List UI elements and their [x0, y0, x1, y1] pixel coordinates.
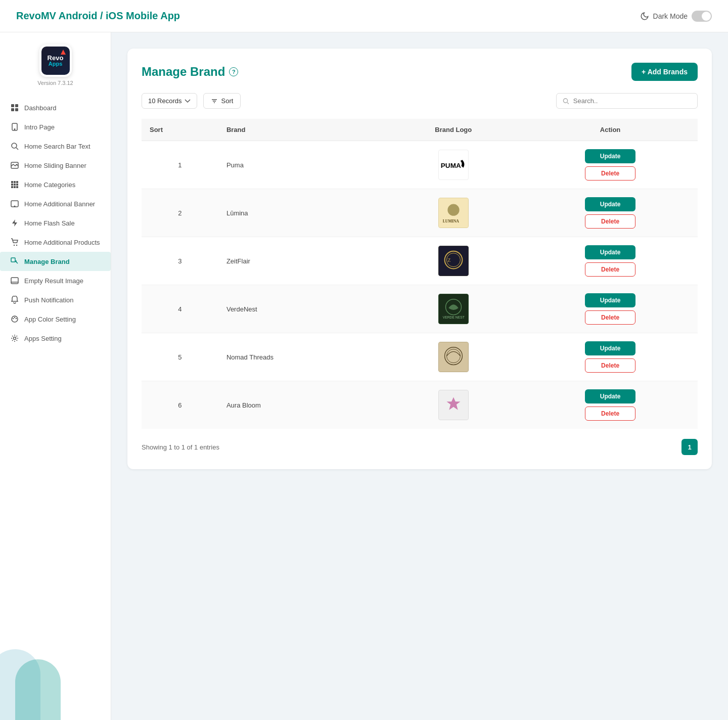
svg-rect-11 [16, 181, 18, 183]
sidebar-item-intro-page[interactable]: Intro Page [0, 117, 111, 137]
gear-icon [10, 334, 19, 343]
sort-cell: 4 [142, 285, 218, 333]
svg-text:Z: Z [447, 257, 450, 263]
action-cell: Update Delete [523, 141, 698, 189]
svg-rect-10 [14, 181, 16, 183]
main-layout: Revo Apps Version 7.3.12 Dashboard Intro… [0, 32, 728, 720]
svg-point-30 [14, 337, 16, 340]
brand-logo-cell [384, 381, 523, 429]
sidebar-item-sliding-banner[interactable]: Home Sliding Banner [0, 156, 111, 175]
sort-cell: 1 [142, 141, 218, 189]
tag-icon [10, 257, 19, 266]
svg-rect-3 [15, 108, 18, 111]
page-title-row: Manage Brand ? + Add Brands [142, 63, 698, 81]
svg-rect-17 [16, 186, 18, 188]
page-1-button[interactable]: 1 [681, 439, 698, 455]
svg-line-35 [567, 102, 569, 104]
table-row: 6 Aura Bloom Update Delete [142, 381, 698, 429]
brand-logo-zeitflair: Z [438, 246, 469, 276]
sort-icon [211, 98, 218, 105]
delete-button-4[interactable]: Delete [585, 310, 635, 325]
sidebar-label-dashboard: Dashboard [24, 104, 57, 112]
delete-button-6[interactable]: Delete [585, 407, 635, 421]
sidebar-label-empty-result: Empty Result Image [24, 277, 83, 285]
search-input[interactable] [573, 97, 691, 105]
moon-icon [640, 12, 649, 21]
table-row: 4 VerdeNest VERDE NEST Update Delete [142, 285, 698, 333]
version-text: Version 7.3.12 [37, 80, 73, 86]
table-row: 1 Puma PUMA Update Delete [142, 141, 698, 189]
sort-cell: 2 [142, 189, 218, 237]
cart-icon [10, 238, 19, 247]
delete-button-1[interactable]: Delete [585, 166, 635, 181]
svg-rect-13 [14, 184, 16, 186]
dark-mode-toggle[interactable]: Dark Mode [640, 11, 712, 22]
svg-text:LUMINA: LUMINA [442, 219, 459, 223]
svg-text:PUMA: PUMA [441, 162, 461, 169]
update-button-5[interactable]: Update [585, 341, 635, 355]
logo-box: Revo Apps [39, 44, 72, 77]
svg-rect-12 [11, 184, 13, 186]
bell-icon [10, 295, 19, 304]
svg-rect-14 [16, 184, 18, 186]
sidebar-label-sliding-banner: Home Sliding Banner [24, 162, 86, 169]
sidebar-item-empty-result[interactable]: Empty Result Image [0, 271, 111, 290]
logo-bolt-decoration [61, 50, 66, 55]
brand-name-cell: VerdeNest [218, 285, 384, 333]
col-action: Action [523, 119, 698, 141]
brand-logo-cell: VERDE NEST [384, 285, 523, 333]
content-card: Manage Brand ? + Add Brands 10 Records S… [127, 49, 712, 469]
table-row: 2 Lūmina LUMINA Update Delete [142, 189, 698, 237]
sidebar-item-manage-brand[interactable]: Manage Brand [0, 252, 111, 271]
sidebar-label-search: Home Search Bar Text [24, 143, 90, 150]
sidebar: Revo Apps Version 7.3.12 Dashboard Intro… [0, 32, 111, 720]
action-cell: Update Delete [523, 237, 698, 285]
dark-mode-label: Dark Mode [653, 12, 688, 20]
logo-apps-text: Apps [49, 61, 63, 67]
sidebar-item-apps-setting[interactable]: Apps Setting [0, 329, 111, 348]
update-button-1[interactable]: Update [585, 149, 635, 163]
sidebar-item-additional-products[interactable]: Home Additional Products [0, 233, 111, 252]
svg-point-29 [16, 318, 17, 319]
brand-name-cell: Nomad Threads [218, 333, 384, 381]
svg-rect-9 [11, 181, 13, 183]
tablet-icon [10, 199, 19, 208]
sidebar-item-flash-sale[interactable]: Home Flash Sale [0, 213, 111, 233]
brand-table: Sort Brand Brand Logo Action 1 Puma PUMA [142, 119, 698, 429]
action-cell: Update Delete [523, 285, 698, 333]
sidebar-label-manage-brand: Manage Brand [24, 258, 70, 265]
svg-marker-20 [12, 219, 17, 227]
sidebar-item-additional-banner[interactable]: Home Additional Banner [0, 194, 111, 213]
sidebar-item-app-color[interactable]: App Color Setting [0, 309, 111, 329]
records-select[interactable]: 10 Records [142, 93, 197, 109]
svg-rect-0 [11, 104, 14, 107]
grid-icon [10, 103, 19, 112]
update-button-4[interactable]: Update [585, 293, 635, 307]
phone-icon [10, 122, 19, 131]
col-brand: Brand [218, 119, 384, 141]
showing-entries: Showing 1 to 1 of 1 entries [142, 443, 219, 451]
svg-point-26 [12, 316, 18, 322]
sidebar-item-dashboard[interactable]: Dashboard [0, 98, 111, 117]
svg-point-6 [12, 143, 17, 148]
delete-button-2[interactable]: Delete [585, 214, 635, 229]
sidebar-label-intro: Intro Page [24, 123, 55, 131]
sidebar-item-search-bar[interactable]: Home Search Bar Text [0, 137, 111, 156]
brand-logo-cell: LUMINA [384, 189, 523, 237]
update-button-2[interactable]: Update [585, 197, 635, 211]
brand-name-cell: Puma [218, 141, 384, 189]
dark-mode-switch[interactable] [692, 11, 712, 22]
sort-button[interactable]: Sort [203, 93, 241, 109]
update-button-6[interactable]: Update [585, 389, 635, 403]
update-button-3[interactable]: Update [585, 245, 635, 259]
categories-icon [10, 180, 19, 189]
brand-logo-nomad [438, 342, 469, 372]
sidebar-item-categories[interactable]: Home Categories [0, 175, 111, 194]
logo-container: Revo Apps Version 7.3.12 [37, 44, 73, 86]
delete-button-5[interactable]: Delete [585, 358, 635, 373]
sort-cell: 3 [142, 237, 218, 285]
add-brands-button[interactable]: + Add Brands [631, 63, 698, 81]
sidebar-item-push-notification[interactable]: Push Notification [0, 290, 111, 309]
brand-logo-puma: PUMA [438, 150, 469, 180]
delete-button-3[interactable]: Delete [585, 262, 635, 277]
